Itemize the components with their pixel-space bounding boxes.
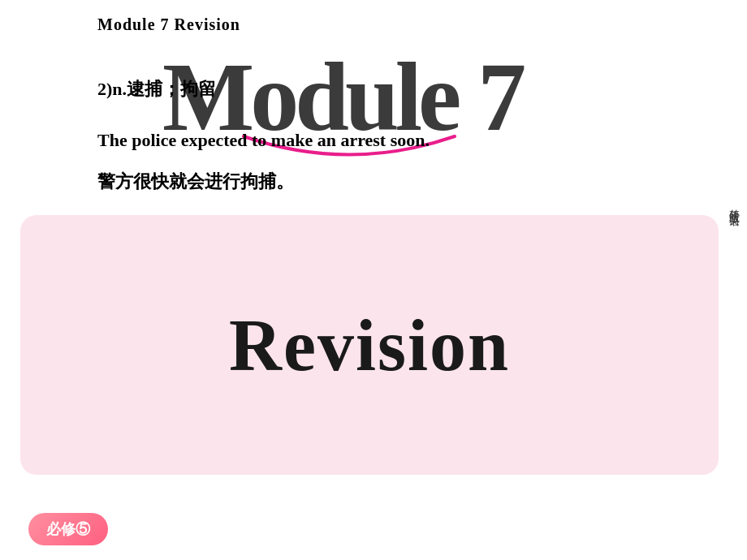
definition-text: 2)n.逮捕；拘留 <box>97 79 216 99</box>
page-title: Module 7 Revision <box>97 15 240 34</box>
main-content: 2)n.逮捕；拘留 The police expected to make an… <box>97 77 430 195</box>
english-sentence: The police expected to make an arrest so… <box>97 127 430 153</box>
revision-label: Revision <box>229 304 510 387</box>
revision-card: Revision <box>20 215 719 475</box>
chinese-translation: 警方很快就会进行拘捕。 <box>97 168 430 195</box>
definition-line: 2)n.逮捕；拘留 <box>97 77 430 102</box>
sidebar-label: 外研版英语 <box>728 201 741 209</box>
edition-badge: 必修⑤ <box>28 513 108 545</box>
